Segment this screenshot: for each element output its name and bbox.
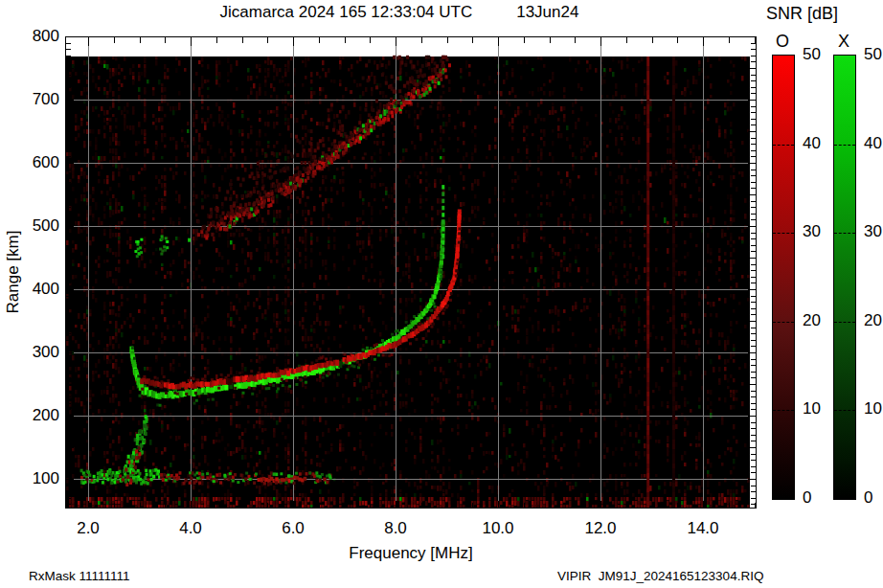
colorbar-tick-dash — [834, 322, 855, 323]
colorbar-tick-label: 30 — [864, 222, 882, 241]
colorbar-tick-label: 10 — [803, 399, 821, 418]
y-tick-label: 800 — [0, 27, 59, 46]
y-tick-label: 600 — [0, 153, 59, 172]
ionogram-figure: Jicamarca 2024 165 12:33:04 UTC 13Jun24 … — [0, 0, 883, 588]
colorbar-tick-dash — [834, 145, 855, 146]
x-tick-label: 12.0 — [584, 519, 616, 538]
y-tick-label: 100 — [0, 469, 59, 488]
colorbar-tick-label: 10 — [864, 399, 882, 418]
o-mode-label: O — [772, 32, 793, 52]
x-mode-label: X — [833, 32, 854, 52]
x-axis-label: Frequency [MHz] — [349, 544, 472, 563]
y-tick-label: 200 — [0, 406, 59, 425]
colorbar-tick-dash — [773, 233, 794, 234]
plot-title-row: Jicamarca 2024 165 12:33:04 UTC 13Jun24 — [0, 3, 799, 22]
colorbar-tick-label: 50 — [803, 45, 821, 64]
y-tick-label: 300 — [0, 343, 59, 362]
colorbar-tick-label: 40 — [864, 134, 882, 153]
y-axis-label: Range [km] — [4, 231, 23, 314]
y-tick-label: 700 — [0, 90, 59, 109]
o-colorbar — [772, 55, 795, 500]
rxmask-text: RxMask 11111111 — [29, 569, 130, 583]
plot-title: Jicamarca 2024 165 12:33:04 UTC — [220, 3, 473, 22]
y-tick-label: 400 — [0, 280, 59, 299]
colorbar-tick-dash — [773, 145, 794, 146]
plot-area — [65, 36, 757, 509]
colorbar-tick-label: 40 — [803, 134, 821, 153]
x-tick-label: 2.0 — [77, 519, 100, 538]
ionogram-plot-canvas — [66, 37, 756, 508]
colorbar-tick-dash — [773, 322, 794, 323]
y-tick-label: 500 — [0, 216, 59, 236]
colorbar-tick-label: 20 — [864, 311, 882, 330]
colorbar-tick-label: 30 — [803, 222, 821, 241]
x-tick-label: 4.0 — [179, 519, 202, 538]
plot-date: 13Jun24 — [516, 3, 578, 22]
x-tick-label: 6.0 — [282, 519, 305, 538]
x-tick-label: 14.0 — [687, 519, 718, 538]
x-colorbar — [833, 55, 856, 500]
x-tick-label: 8.0 — [384, 519, 407, 538]
filename-text: VIPIR JM91J_2024165123304.RIQ — [557, 569, 763, 583]
x-tick-label: 10.0 — [482, 519, 513, 538]
colorbar-tick-label: 20 — [803, 311, 821, 330]
colorbar-tick-dash — [773, 410, 794, 411]
colorbar-title: SNR [dB] — [766, 4, 838, 24]
colorbar-tick-label: 50 — [864, 45, 882, 64]
colorbar-tick-label: 0 — [803, 488, 811, 508]
colorbar-tick-dash — [834, 410, 855, 411]
colorbar-tick-dash — [834, 233, 855, 234]
colorbar-tick-label: 0 — [864, 488, 872, 508]
